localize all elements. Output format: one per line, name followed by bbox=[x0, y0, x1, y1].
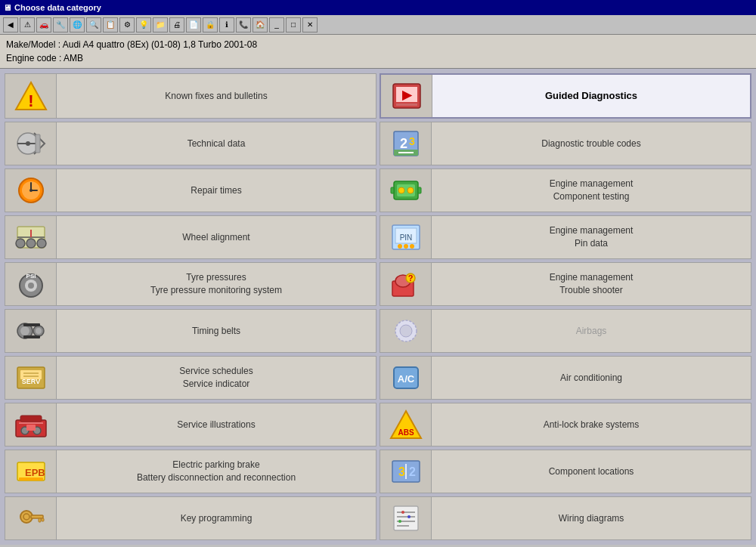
svg-rect-78 bbox=[31, 515, 43, 518]
wheel-alignment-label: Wheel alignment bbox=[57, 228, 376, 247]
repair-times-item[interactable]: Repair times bbox=[5, 168, 376, 212]
title-bar: 🖥 Choose data category bbox=[0, 0, 756, 15]
timing-belts-item[interactable]: Timing belts bbox=[5, 309, 376, 353]
diagnostic-trouble-item[interactable]: 2 3 Diagnostic trouble codes bbox=[380, 122, 751, 165]
svg-rect-71 bbox=[19, 477, 43, 481]
repair-times-icon bbox=[5, 169, 57, 212]
guided-diagnostics-icon: ▶ bbox=[381, 75, 432, 117]
toolbar-btn-12[interactable]: 🔒 bbox=[203, 17, 218, 32]
key-programming-icon bbox=[5, 497, 57, 539]
known-fixes-icon: ! bbox=[5, 74, 57, 118]
tyre-pressures-label: Tyre pressuresTyre pressure monitoring s… bbox=[57, 268, 376, 300]
guided-diagnostics-item[interactable]: ▶ Guided Diagnostics bbox=[380, 73, 751, 119]
abs-icon: ABS bbox=[380, 403, 432, 446]
air-conditioning-item[interactable]: A/C Air conditioning bbox=[380, 356, 751, 400]
toolbar-btn-15[interactable]: 🏠 bbox=[253, 17, 268, 32]
toolbar-btn-14[interactable]: 📞 bbox=[236, 17, 251, 32]
vehicle-info: Make/Model : Audi A4 quattro (8Ex) (01-0… bbox=[0, 35, 756, 69]
svg-rect-50 bbox=[23, 323, 40, 326]
toolbar-btn-4[interactable]: 🌐 bbox=[70, 17, 85, 32]
svg-point-87 bbox=[407, 515, 411, 518]
engine-pin-label: Engine managementPin data bbox=[432, 221, 751, 253]
timing-belts-label: Timing belts bbox=[57, 322, 376, 341]
toolbar-btn-2[interactable]: 🚗 bbox=[36, 17, 51, 32]
svg-rect-25 bbox=[418, 187, 421, 193]
minimize-button[interactable]: _ bbox=[269, 17, 284, 32]
svg-point-40 bbox=[28, 283, 34, 289]
abs-label: Anti-lock brake systems bbox=[432, 416, 751, 434]
key-programming-label: Key programming bbox=[57, 509, 376, 528]
svg-rect-51 bbox=[23, 335, 40, 338]
svg-text:EPB: EPB bbox=[25, 467, 45, 478]
wheel-alignment-icon bbox=[5, 216, 57, 258]
svg-text:3: 3 bbox=[409, 135, 415, 147]
electric-parking-item[interactable]: EPB Electric parking brakeBattery discon… bbox=[5, 450, 376, 493]
svg-text:?: ? bbox=[407, 274, 413, 283]
svg-rect-79 bbox=[39, 518, 41, 522]
toolbar-btn-6[interactable]: 📋 bbox=[103, 17, 118, 32]
svg-rect-80 bbox=[42, 518, 44, 521]
svg-point-27 bbox=[26, 239, 36, 248]
known-fixes-label: Known fixes and bulletins bbox=[57, 87, 376, 106]
svg-rect-62 bbox=[20, 416, 42, 422]
technical-data-item[interactable]: Technical data bbox=[5, 122, 376, 165]
toolbar-btn-10[interactable]: 🖨 bbox=[169, 17, 184, 32]
air-conditioning-icon: A/C bbox=[380, 357, 432, 399]
tyre-pressures-item[interactable]: PSI Tyre pressuresTyre pressure monitori… bbox=[5, 262, 376, 306]
maximize-button[interactable]: □ bbox=[286, 17, 301, 32]
toolbar-btn-7[interactable]: ⚙ bbox=[119, 17, 135, 32]
technical-data-icon bbox=[5, 122, 57, 165]
svg-point-37 bbox=[410, 244, 414, 249]
toolbar-btn-13[interactable]: ℹ bbox=[219, 17, 234, 32]
category-grid: ! Known fixes and bulletins ▶ Guided Dia… bbox=[0, 69, 756, 545]
wiring-diagrams-label: Wiring diagrams bbox=[432, 509, 751, 528]
close-button[interactable]: ✕ bbox=[302, 17, 318, 32]
service-illustrations-item[interactable]: Service illustrations bbox=[5, 403, 376, 447]
wiring-diagrams-item[interactable]: Wiring diagrams bbox=[380, 496, 751, 540]
toolbar-btn-1[interactable]: ⚠ bbox=[20, 17, 35, 32]
svg-text:2: 2 bbox=[409, 465, 416, 478]
toolbar-btn-5[interactable]: 🔍 bbox=[86, 17, 101, 32]
svg-point-49 bbox=[36, 328, 42, 334]
toolbar: ◀ ⚠ 🚗 🔧 🌐 🔍 📋 ⚙ 💡 📁 🖨 📄 🔒 ℹ 📞 🏠 _ □ ✕ bbox=[0, 15, 756, 35]
abs-item[interactable]: ABS Anti-lock brake systems bbox=[380, 403, 751, 447]
make-model-row: Make/Model : Audi A4 quattro (8Ex) (01-0… bbox=[6, 38, 750, 51]
svg-text:PIN: PIN bbox=[399, 233, 412, 242]
toolbar-btn-3[interactable]: 🔧 bbox=[53, 17, 68, 32]
make-model-label: Make/Model bbox=[6, 39, 55, 50]
toolbar-btn-9[interactable]: 📁 bbox=[153, 17, 168, 32]
airbags-item[interactable]: Airbags bbox=[380, 309, 751, 353]
back-button[interactable]: ◀ bbox=[3, 17, 18, 32]
engine-component-item[interactable]: Engine managementComponent testing bbox=[380, 168, 751, 212]
diagnostic-trouble-icon: 2 3 bbox=[380, 122, 432, 165]
electric-parking-icon: EPB bbox=[5, 450, 57, 493]
known-fixes-item[interactable]: ! Known fixes and bulletins bbox=[5, 73, 376, 119]
engine-trouble-label: Engine managementTrouble shooter bbox=[432, 268, 751, 300]
component-locations-label: Component locations bbox=[432, 462, 751, 481]
guided-diagnostics-label: Guided Diagnostics bbox=[432, 86, 750, 106]
svg-text:2: 2 bbox=[400, 136, 407, 151]
key-programming-item[interactable]: Key programming bbox=[5, 496, 376, 540]
svg-rect-56 bbox=[20, 370, 42, 379]
air-conditioning-label: Air conditioning bbox=[432, 369, 751, 388]
service-schedules-icon: SERV bbox=[5, 357, 57, 399]
engine-component-icon bbox=[380, 169, 432, 212]
svg-point-22 bbox=[398, 187, 404, 193]
engine-trouble-item[interactable]: ? Engine managementTrouble shooter bbox=[380, 262, 751, 306]
svg-rect-5 bbox=[396, 104, 417, 106]
engine-pin-item[interactable]: PIN Engine managementPin data bbox=[380, 215, 751, 259]
toolbar-btn-8[interactable]: 💡 bbox=[136, 17, 151, 32]
component-locations-item[interactable]: 3 2 Component locations bbox=[380, 450, 751, 493]
electric-parking-label: Electric parking brakeBattery disconnect… bbox=[57, 456, 376, 487]
wheel-alignment-item[interactable]: Wheel alignment bbox=[5, 215, 376, 259]
svg-point-88 bbox=[398, 520, 401, 523]
app-icon: 🖥 bbox=[3, 3, 11, 12]
tyre-pressures-icon: PSI bbox=[5, 263, 57, 305]
svg-text:3: 3 bbox=[398, 465, 405, 478]
repair-times-label: Repair times bbox=[57, 181, 376, 200]
service-schedules-item[interactable]: SERV Service schedulesService indicator bbox=[5, 356, 376, 400]
service-illustrations-label: Service illustrations bbox=[57, 416, 376, 434]
svg-point-36 bbox=[404, 244, 408, 249]
toolbar-btn-11[interactable]: 📄 bbox=[186, 17, 201, 32]
make-model-value: : Audi A4 quattro (8Ex) (01-08) 1,8 Turb… bbox=[58, 39, 258, 50]
